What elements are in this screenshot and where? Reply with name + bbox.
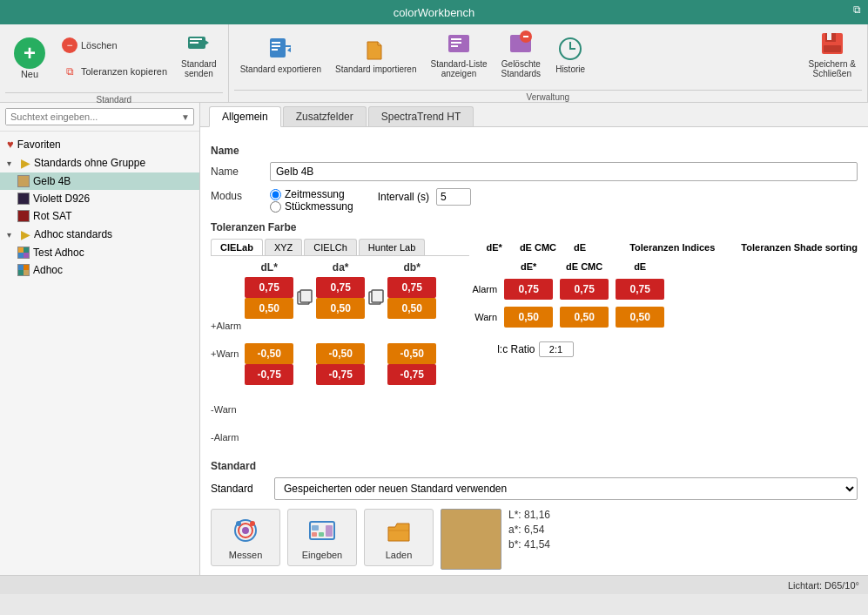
de-alarm-row: Alarm (462, 279, 664, 300)
folder-icon: ▶ (21, 156, 30, 170)
speichern-icon (818, 30, 846, 57)
lc-ratio-input[interactable] (539, 341, 574, 357)
copy-da-to-db-button[interactable] (365, 286, 387, 312)
standard-liste-button[interactable]: Standard-Listeanzeigen (424, 28, 493, 80)
dl-alarm-neg-input[interactable] (245, 364, 293, 385)
de-plain-header: dE (574, 242, 586, 253)
da-alarm-pos-input[interactable] (316, 277, 365, 298)
svg-point-28 (242, 527, 249, 534)
dl-alarm-pos-input[interactable] (245, 277, 293, 298)
de-cmc-warn-input[interactable] (560, 307, 609, 328)
speichern-button[interactable]: Speichern &Schließen (803, 28, 862, 80)
rot-sat-label: Rot SAT (33, 210, 71, 222)
messen-button[interactable]: Messen (211, 509, 280, 566)
toolbar-group-verwaltung-label: Verwaltung (234, 90, 862, 102)
tol-tab-cielch[interactable]: CIELCh (304, 239, 357, 255)
speichern-label: Speichern &Schließen (809, 59, 856, 78)
tol-tab-xyz[interactable]: XYZ (265, 239, 302, 255)
de-warn-input[interactable] (616, 307, 664, 328)
de-star-alarm-input[interactable] (504, 279, 553, 300)
historie-label: Historie (555, 64, 585, 74)
sidebar-item-violett[interactable]: Violett D926 (0, 190, 199, 207)
standard-exportieren-button[interactable]: Standard exportieren (234, 28, 327, 80)
restore-icon[interactable]: ⧉ (853, 3, 861, 16)
da-warn-neg-input[interactable] (316, 343, 365, 364)
laden-button[interactable]: Laden (364, 509, 434, 566)
svg-rect-35 (326, 525, 333, 537)
interval-row: Intervall (s) (378, 188, 471, 206)
test-adhoc-label: Test Adhoc (33, 247, 84, 259)
name-row: Name (211, 162, 858, 181)
standard-select[interactable]: Gespeicherten oder neuen Standard verwen… (274, 477, 858, 500)
lichtart-label: Lichtart: D65/10° (788, 580, 859, 591)
db-alarm-neg-input[interactable] (387, 364, 436, 385)
de-star-warn-input[interactable] (504, 307, 553, 328)
geloeschte-icon (507, 30, 535, 57)
sidebar-item-standards-gruppe[interactable]: ▾ ▶ Standards ohne Gruppe (0, 153, 199, 172)
standard-senden-label: Standardsenden (181, 59, 217, 78)
da-alarm-neg-input[interactable] (316, 364, 365, 385)
svg-rect-20 (827, 33, 831, 40)
sidebar-item-test-adhoc[interactable]: Test Adhoc (0, 244, 199, 261)
loeschen-button[interactable]: − Löschen (56, 33, 173, 57)
tol-tab-cielab[interactable]: CIELab (211, 239, 263, 255)
modus-stueckmessung-label[interactable]: Stückmessung (270, 200, 353, 213)
neu-icon: + (14, 37, 45, 69)
da-header: da* (333, 261, 349, 274)
svg-marker-8 (287, 47, 291, 52)
search-dropdown-arrow[interactable]: ▼ (178, 112, 193, 122)
historie-button[interactable]: Historie (548, 28, 592, 80)
standard-section: Standard Standard Gespeicherten oder neu… (211, 460, 858, 570)
de-alarm-input[interactable] (616, 279, 664, 300)
db-warn-neg-input[interactable] (387, 343, 436, 364)
eingeben-button[interactable]: Eingeben (287, 509, 357, 566)
db-header: db* (403, 261, 420, 274)
name-input[interactable] (270, 162, 858, 181)
sidebar-item-rot-sat[interactable]: Rot SAT (0, 207, 199, 225)
intervall-input[interactable] (436, 188, 471, 206)
tab-allgemein[interactable]: Allgemein (209, 106, 281, 127)
modus-stueckmessung-radio[interactable] (270, 201, 281, 213)
violett-swatch (17, 193, 30, 205)
db-warn-pos-input[interactable] (387, 298, 436, 319)
tab-zusatzfelder[interactable]: Zusatzfelder (283, 106, 367, 126)
dl-warn-neg-input[interactable] (245, 343, 293, 364)
toolbar-group-standard: + Neu − Löschen ⧉ Toleranzen kopieren (0, 24, 229, 102)
color-preview (441, 509, 501, 570)
geloeschte-label: GelöschteStandards (501, 59, 542, 78)
sidebar-item-gelb4b[interactable]: Gelb 4B (0, 172, 199, 190)
dl-header: dL* (260, 261, 277, 274)
tab-spectratrend[interactable]: SpectraTrend HT (368, 106, 474, 126)
svg-rect-33 (312, 532, 317, 537)
messen-icon (230, 515, 261, 546)
copy-btn-1-area (293, 261, 316, 312)
geloeschte-button[interactable]: GelöschteStandards (495, 28, 548, 80)
tol-tab-hunterlab[interactable]: Hunter Lab (359, 239, 425, 255)
search-input[interactable] (6, 109, 178, 125)
standard-importieren-button[interactable]: Standard importieren (329, 28, 422, 80)
violett-label: Violett D926 (33, 193, 90, 205)
gelb4b-label: Gelb 4B (33, 175, 71, 187)
svg-rect-6 (272, 45, 280, 47)
test-adhoc-swatch (17, 247, 30, 259)
copy-dl-to-da-button[interactable] (293, 286, 316, 312)
de-cmc-alarm-input[interactable] (560, 279, 609, 300)
neu-button[interactable]: + Neu (5, 28, 54, 89)
sidebar-item-adhoc-folder[interactable]: ▾ ▶ Adhoc standards (0, 225, 199, 244)
dl-warn-pos-input[interactable] (245, 298, 293, 319)
sidebar-item-favoriten[interactable]: ♥ Favoriten (0, 135, 199, 153)
adhoc-folder-icon: ▶ (21, 227, 30, 241)
toleranzen-farbe-section: Toleranzen Farbe CIELab XYZ CIELCh Hunte… (211, 221, 858, 449)
tolerance-table: +Alarm +Warn -Warn -Alarm dL* (211, 261, 858, 449)
eingeben-icon (306, 515, 338, 546)
sidebar-item-adhoc[interactable]: Adhoc (0, 261, 199, 279)
toleranzen-kopieren-button[interactable]: ⧉ Toleranzen kopieren (56, 59, 173, 84)
modus-zeitmessung-label[interactable]: Zeitmessung (270, 188, 353, 200)
modus-zeitmessung-radio[interactable] (270, 189, 281, 200)
svg-rect-3 (190, 42, 198, 44)
db-alarm-pos-input[interactable] (387, 277, 436, 298)
standard-senden-button[interactable]: Standardsenden (175, 28, 223, 80)
da-warn-pos-input[interactable] (316, 298, 365, 319)
eingeben-label: Eingeben (302, 550, 343, 560)
status-bar: Lichtart: D65/10° (0, 575, 868, 594)
